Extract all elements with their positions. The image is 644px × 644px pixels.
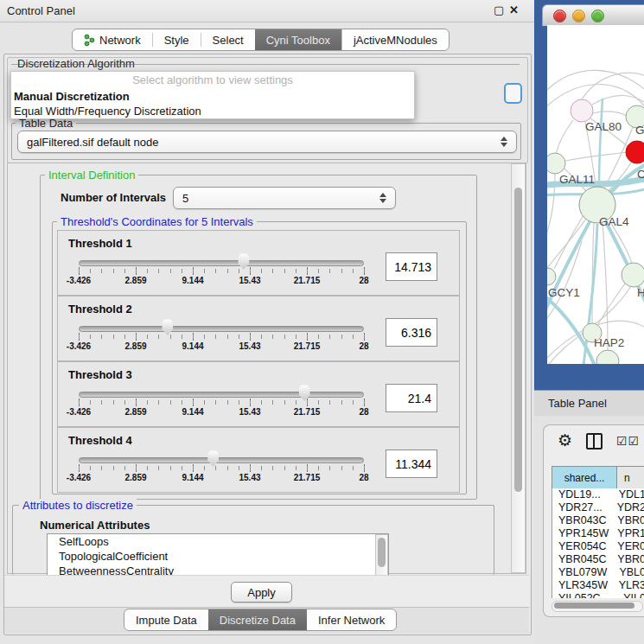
algorithm-combobox-focus-ring[interactable]	[504, 83, 522, 104]
tab-select[interactable]: Select	[201, 29, 255, 50]
list-scrollbar-thumb[interactable]	[378, 538, 386, 567]
cell-name: YBR0	[613, 514, 644, 527]
settings-scrollbar-thumb[interactable]	[514, 188, 522, 492]
table-row[interactable]: YLR345WYLR3	[552, 579, 644, 592]
cell-shared-name: YBR043C	[552, 514, 613, 527]
network-node[interactable]	[596, 350, 619, 364]
dropdown-option-equal-width-frequency[interactable]: Equal Width/Frequency Discretization	[11, 104, 414, 118]
table-row[interactable]: YDL19...YDL1	[552, 488, 644, 501]
tick-label: 21.715	[294, 407, 321, 417]
table-row[interactable]: YIL052CYIL0	[552, 592, 644, 598]
table-row[interactable]: YBR043CYBR0	[552, 514, 644, 527]
column-header-shared-name[interactable]: shared...	[552, 467, 617, 488]
dropdown-placeholder-item[interactable]: Select algorithm to view settings	[11, 72, 414, 89]
threshold-2-value-input[interactable]	[386, 318, 437, 347]
apply-button[interactable]: Apply	[231, 582, 292, 603]
number-of-intervals-combobox[interactable]: 5	[173, 187, 396, 209]
tab-style[interactable]: Style	[153, 29, 201, 50]
table-panel-titlebar[interactable]: Table Panel	[534, 390, 644, 417]
network-window-titlebar[interactable]	[542, 4, 644, 26]
tick-label: 28	[359, 341, 368, 351]
tick-label: -3.426	[67, 276, 91, 285]
network-node-gal11[interactable]	[547, 153, 565, 174]
settings-scrollbar[interactable]	[511, 163, 526, 573]
dropdown-option-manual-discretization[interactable]: Manual Discretization	[11, 89, 414, 104]
cell-name: YPR1	[613, 527, 644, 540]
threshold-2-slider[interactable]: -3.426 2.859 9.144 15.43 21.715 28	[79, 319, 364, 352]
select-columns-checkboxes-icon[interactable]: ☑☑	[616, 434, 640, 448]
algorithm-group-label: Discretization Algorithm	[17, 57, 135, 70]
cell-shared-name: YDR27...	[552, 501, 613, 514]
threshold-4-value-input[interactable]	[386, 450, 437, 478]
table-row[interactable]: YBL079WYBL0	[552, 566, 644, 579]
app-root: { "window": { "title": "Control Panel", …	[0, 0, 644, 644]
gear-icon[interactable]: ⚙	[558, 430, 572, 450]
table-row[interactable]: YPR145WYPR1	[552, 527, 644, 540]
cell-shared-name: YBR045C	[552, 553, 613, 566]
control-panel-title: Control Panel	[7, 4, 75, 17]
tab-infer-network-label: Infer Network	[318, 614, 385, 627]
table-row[interactable]: YBR045CYBR0	[552, 553, 644, 566]
mac-minimize-button[interactable]	[572, 10, 585, 22]
tick-label: 9.144	[182, 276, 203, 285]
network-node-gcy1[interactable]	[547, 268, 556, 285]
control-panel-tabbar: Network Style Select Cyni Toolbox jActiv…	[72, 29, 450, 51]
network-view-canvas[interactable]: GAL80 GA C GAL11 GAL4 GCY1 H HAP2	[547, 25, 644, 364]
threshold-4-title: Threshold 4	[68, 434, 132, 447]
cell-name: YLR3	[615, 579, 644, 592]
network-node[interactable]	[622, 263, 644, 287]
tick-label: -3.426	[67, 341, 91, 351]
threshold-1-value-input[interactable]	[386, 252, 437, 281]
threshold-4-slider[interactable]: -3.426 2.859 9.144 15.43 21.715 28	[79, 450, 364, 483]
threshold-1-title: Threshold 1	[68, 237, 132, 250]
split-columns-icon[interactable]	[586, 433, 603, 450]
network-node-red-selected[interactable]	[626, 141, 644, 163]
slider-track	[79, 392, 364, 398]
node-label-gal11: GAL11	[559, 173, 595, 186]
tab-impute-data[interactable]: Impute Data	[124, 609, 208, 630]
tab-infer-network[interactable]: Infer Network	[307, 609, 396, 630]
tick-label: 15.43	[239, 276, 260, 285]
numerical-attributes-list[interactable]: SelfLoops TopologicalCoefficient Between…	[47, 533, 389, 577]
list-scrollbar[interactable]	[375, 534, 388, 577]
threshold-1-slider[interactable]: -3.426 2.859 9.144 15.43 21.715 28	[79, 253, 364, 286]
close-panel-icon[interactable]: ✕	[509, 3, 519, 16]
column-header-name[interactable]: n	[617, 467, 644, 488]
tab-jactivemnodules-label: jActiveMNodules	[354, 34, 437, 47]
number-of-intervals-label: Number of Intervals	[61, 191, 166, 204]
table-data-combobox[interactable]: galFiltered.sif default node	[17, 131, 517, 153]
tab-network[interactable]: Network	[73, 29, 152, 50]
table-row[interactable]: YER054CYER0	[552, 540, 644, 553]
table-horizontal-scrollbar-thumb[interactable]	[554, 603, 634, 609]
attributes-group-label: Attributes to discretize	[19, 499, 137, 512]
interval-definition-label: Interval Definition	[45, 169, 138, 182]
tab-impute-data-label: Impute Data	[136, 614, 197, 627]
cell-name: YIL0	[619, 592, 644, 598]
tab-discretize-data[interactable]: Discretize Data	[208, 609, 307, 630]
table-row[interactable]: YDR27...YDR2	[552, 501, 644, 514]
mac-zoom-button[interactable]	[591, 10, 604, 22]
tab-cyni-toolbox[interactable]: Cyni Toolbox	[255, 29, 341, 50]
list-item[interactable]: SelfLoops	[48, 534, 388, 549]
threshold-3-slider[interactable]: -3.426 2.859 9.144 15.43 21.715 28	[79, 385, 364, 418]
table-rows[interactable]: YDL19...YDL1 YDR27...YDR2 YBR043CYBR0 YP…	[552, 488, 644, 598]
mac-close-button[interactable]	[553, 10, 566, 22]
threshold-3-value-input[interactable]	[386, 384, 437, 412]
combobox-stepper-icon	[501, 137, 507, 147]
list-item[interactable]: TopologicalCoefficient	[48, 549, 388, 564]
tick-label: -3.426	[67, 407, 91, 417]
tab-jactivemnodules[interactable]: jActiveMNodules	[341, 29, 449, 50]
slider-tick-labels: -3.426 2.859 9.144 15.43 21.715 28	[79, 473, 364, 483]
network-node-pink[interactable]	[571, 99, 593, 122]
float-window-icon[interactable]: ▢	[494, 3, 504, 16]
tick-label: 21.715	[294, 341, 321, 351]
network-tree-icon	[84, 34, 95, 47]
network-graph: GAL80 GA C GAL11 GAL4 GCY1 H HAP2	[547, 25, 644, 364]
node-label-gal4: GAL4	[599, 215, 629, 228]
table-horizontal-scrollbar[interactable]	[552, 601, 643, 612]
bottom-tabbar: Impute Data Discretize Data Infer Networ…	[124, 609, 397, 631]
numerical-attributes-label: Numerical Attributes	[40, 519, 150, 532]
node-label-gal80: GAL80	[585, 120, 622, 133]
cell-name: YBR0	[613, 553, 644, 566]
tick-label: -3.426	[67, 473, 91, 482]
